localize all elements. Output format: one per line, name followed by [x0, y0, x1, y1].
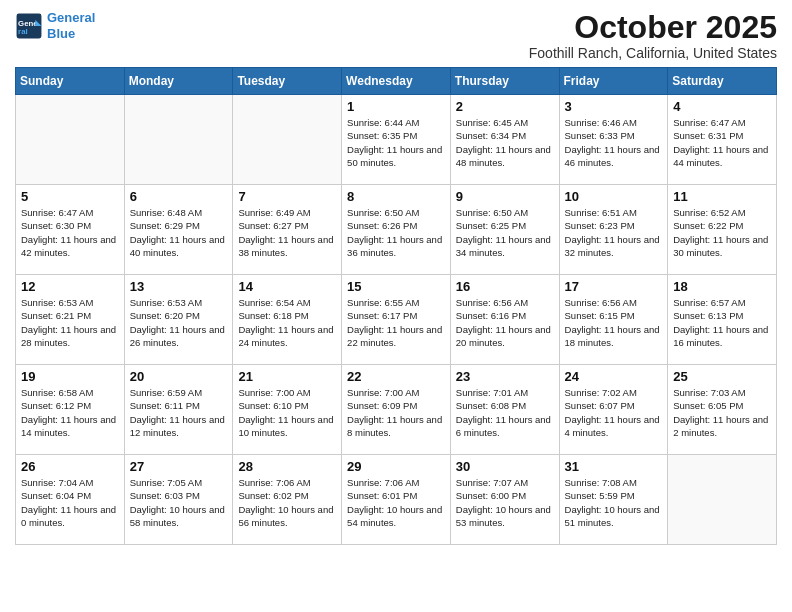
cell-sun-info: Sunrise: 6:50 AMSunset: 6:25 PMDaylight:… [456, 206, 554, 259]
svg-text:ral: ral [18, 26, 28, 35]
cell-sun-info: Sunrise: 7:08 AMSunset: 5:59 PMDaylight:… [565, 476, 663, 529]
cell-sun-info: Sunrise: 6:46 AMSunset: 6:33 PMDaylight:… [565, 116, 663, 169]
calendar-cell: 15Sunrise: 6:55 AMSunset: 6:17 PMDayligh… [342, 275, 451, 365]
title-block: October 2025 Foothill Ranch, California,… [529, 10, 777, 61]
calendar-cell: 9Sunrise: 6:50 AMSunset: 6:25 PMDaylight… [450, 185, 559, 275]
calendar-cell: 23Sunrise: 7:01 AMSunset: 6:08 PMDayligh… [450, 365, 559, 455]
calendar-cell: 24Sunrise: 7:02 AMSunset: 6:07 PMDayligh… [559, 365, 668, 455]
cell-sun-info: Sunrise: 6:53 AMSunset: 6:20 PMDaylight:… [130, 296, 228, 349]
cell-sun-info: Sunrise: 6:56 AMSunset: 6:16 PMDaylight:… [456, 296, 554, 349]
day-number: 11 [673, 189, 771, 204]
calendar-cell: 14Sunrise: 6:54 AMSunset: 6:18 PMDayligh… [233, 275, 342, 365]
day-number: 14 [238, 279, 336, 294]
day-number: 25 [673, 369, 771, 384]
calendar-cell: 21Sunrise: 7:00 AMSunset: 6:10 PMDayligh… [233, 365, 342, 455]
day-number: 21 [238, 369, 336, 384]
cell-sun-info: Sunrise: 7:03 AMSunset: 6:05 PMDaylight:… [673, 386, 771, 439]
day-number: 9 [456, 189, 554, 204]
day-number: 29 [347, 459, 445, 474]
cell-sun-info: Sunrise: 7:06 AMSunset: 6:01 PMDaylight:… [347, 476, 445, 529]
day-number: 8 [347, 189, 445, 204]
calendar-cell: 28Sunrise: 7:06 AMSunset: 6:02 PMDayligh… [233, 455, 342, 545]
day-number: 26 [21, 459, 119, 474]
calendar-cell: 19Sunrise: 6:58 AMSunset: 6:12 PMDayligh… [16, 365, 125, 455]
cell-sun-info: Sunrise: 6:54 AMSunset: 6:18 PMDaylight:… [238, 296, 336, 349]
day-number: 16 [456, 279, 554, 294]
day-number: 31 [565, 459, 663, 474]
cell-sun-info: Sunrise: 6:56 AMSunset: 6:15 PMDaylight:… [565, 296, 663, 349]
cell-sun-info: Sunrise: 6:44 AMSunset: 6:35 PMDaylight:… [347, 116, 445, 169]
day-number: 27 [130, 459, 228, 474]
weekday-header-sunday: Sunday [16, 68, 125, 95]
day-number: 20 [130, 369, 228, 384]
day-number: 1 [347, 99, 445, 114]
calendar-cell: 31Sunrise: 7:08 AMSunset: 5:59 PMDayligh… [559, 455, 668, 545]
day-number: 5 [21, 189, 119, 204]
cell-sun-info: Sunrise: 7:01 AMSunset: 6:08 PMDaylight:… [456, 386, 554, 439]
calendar-cell: 17Sunrise: 6:56 AMSunset: 6:15 PMDayligh… [559, 275, 668, 365]
logo-icon: Gene ral [15, 12, 43, 40]
calendar-cell: 29Sunrise: 7:06 AMSunset: 6:01 PMDayligh… [342, 455, 451, 545]
calendar-cell: 26Sunrise: 7:04 AMSunset: 6:04 PMDayligh… [16, 455, 125, 545]
calendar-cell: 3Sunrise: 6:46 AMSunset: 6:33 PMDaylight… [559, 95, 668, 185]
day-number: 23 [456, 369, 554, 384]
cell-sun-info: Sunrise: 6:45 AMSunset: 6:34 PMDaylight:… [456, 116, 554, 169]
calendar-cell: 12Sunrise: 6:53 AMSunset: 6:21 PMDayligh… [16, 275, 125, 365]
cell-sun-info: Sunrise: 6:53 AMSunset: 6:21 PMDaylight:… [21, 296, 119, 349]
cell-sun-info: Sunrise: 7:05 AMSunset: 6:03 PMDaylight:… [130, 476, 228, 529]
weekday-header-row: SundayMondayTuesdayWednesdayThursdayFrid… [16, 68, 777, 95]
calendar-cell: 13Sunrise: 6:53 AMSunset: 6:20 PMDayligh… [124, 275, 233, 365]
calendar-cell: 4Sunrise: 6:47 AMSunset: 6:31 PMDaylight… [668, 95, 777, 185]
cell-sun-info: Sunrise: 6:58 AMSunset: 6:12 PMDaylight:… [21, 386, 119, 439]
day-number: 7 [238, 189, 336, 204]
calendar-table: SundayMondayTuesdayWednesdayThursdayFrid… [15, 67, 777, 545]
cell-sun-info: Sunrise: 6:49 AMSunset: 6:27 PMDaylight:… [238, 206, 336, 259]
page-container: Gene ral General Blue October 2025 Footh… [0, 0, 792, 555]
weekday-header-saturday: Saturday [668, 68, 777, 95]
day-number: 28 [238, 459, 336, 474]
calendar-cell: 18Sunrise: 6:57 AMSunset: 6:13 PMDayligh… [668, 275, 777, 365]
calendar-cell: 16Sunrise: 6:56 AMSunset: 6:16 PMDayligh… [450, 275, 559, 365]
calendar-cell [233, 95, 342, 185]
calendar-week-2: 5Sunrise: 6:47 AMSunset: 6:30 PMDaylight… [16, 185, 777, 275]
header: Gene ral General Blue October 2025 Footh… [15, 10, 777, 61]
day-number: 15 [347, 279, 445, 294]
weekday-header-wednesday: Wednesday [342, 68, 451, 95]
day-number: 10 [565, 189, 663, 204]
day-number: 3 [565, 99, 663, 114]
calendar-cell: 6Sunrise: 6:48 AMSunset: 6:29 PMDaylight… [124, 185, 233, 275]
cell-sun-info: Sunrise: 6:59 AMSunset: 6:11 PMDaylight:… [130, 386, 228, 439]
day-number: 30 [456, 459, 554, 474]
cell-sun-info: Sunrise: 6:51 AMSunset: 6:23 PMDaylight:… [565, 206, 663, 259]
weekday-header-thursday: Thursday [450, 68, 559, 95]
calendar-cell: 30Sunrise: 7:07 AMSunset: 6:00 PMDayligh… [450, 455, 559, 545]
day-number: 18 [673, 279, 771, 294]
calendar-cell [16, 95, 125, 185]
logo-line2: Blue [47, 26, 75, 41]
calendar-cell [124, 95, 233, 185]
calendar-cell: 2Sunrise: 6:45 AMSunset: 6:34 PMDaylight… [450, 95, 559, 185]
day-number: 4 [673, 99, 771, 114]
cell-sun-info: Sunrise: 7:00 AMSunset: 6:09 PMDaylight:… [347, 386, 445, 439]
calendar-cell: 11Sunrise: 6:52 AMSunset: 6:22 PMDayligh… [668, 185, 777, 275]
calendar-cell: 7Sunrise: 6:49 AMSunset: 6:27 PMDaylight… [233, 185, 342, 275]
calendar-cell: 20Sunrise: 6:59 AMSunset: 6:11 PMDayligh… [124, 365, 233, 455]
month-title: October 2025 [529, 10, 777, 45]
calendar-week-5: 26Sunrise: 7:04 AMSunset: 6:04 PMDayligh… [16, 455, 777, 545]
day-number: 6 [130, 189, 228, 204]
location-title: Foothill Ranch, California, United State… [529, 45, 777, 61]
cell-sun-info: Sunrise: 7:06 AMSunset: 6:02 PMDaylight:… [238, 476, 336, 529]
day-number: 19 [21, 369, 119, 384]
weekday-header-friday: Friday [559, 68, 668, 95]
weekday-header-monday: Monday [124, 68, 233, 95]
day-number: 17 [565, 279, 663, 294]
cell-sun-info: Sunrise: 7:02 AMSunset: 6:07 PMDaylight:… [565, 386, 663, 439]
calendar-week-3: 12Sunrise: 6:53 AMSunset: 6:21 PMDayligh… [16, 275, 777, 365]
calendar-cell: 25Sunrise: 7:03 AMSunset: 6:05 PMDayligh… [668, 365, 777, 455]
calendar-cell [668, 455, 777, 545]
calendar-cell: 22Sunrise: 7:00 AMSunset: 6:09 PMDayligh… [342, 365, 451, 455]
cell-sun-info: Sunrise: 6:52 AMSunset: 6:22 PMDaylight:… [673, 206, 771, 259]
calendar-cell: 10Sunrise: 6:51 AMSunset: 6:23 PMDayligh… [559, 185, 668, 275]
calendar-cell: 1Sunrise: 6:44 AMSunset: 6:35 PMDaylight… [342, 95, 451, 185]
cell-sun-info: Sunrise: 7:07 AMSunset: 6:00 PMDaylight:… [456, 476, 554, 529]
